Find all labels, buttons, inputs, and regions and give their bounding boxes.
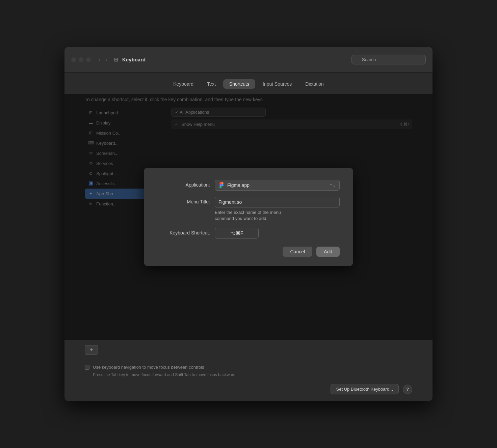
tab-shortcuts[interactable]: Shortcuts [223, 79, 255, 89]
menu-title-input[interactable] [215, 197, 340, 207]
back-button[interactable]: ‹ [96, 55, 102, 64]
menu-title-hint: Enter the exact name of the menucommand … [215, 209, 340, 222]
bottom-buttons-row: Set Up Bluetooth Keyboard... ? [85, 384, 412, 394]
modal-buttons: Cancel Add [157, 247, 340, 257]
grid-icon: ⊞ [114, 56, 118, 63]
search-wrapper: 🔍 [351, 55, 426, 64]
bottom-area: + Use keyboard navigation to move focus … [64, 340, 433, 401]
keyboard-preferences-window: ‹ › ⊞ Keyboard 🔍 Keyboard Text Shortcuts… [64, 47, 433, 401]
maximize-button[interactable] [86, 57, 91, 62]
keyboard-nav-checkbox[interactable] [85, 365, 89, 370]
search-input[interactable] [351, 55, 426, 64]
menu-title-row: Menu Title: Enter the exact name of the … [157, 197, 340, 222]
nav-buttons: ‹ › [96, 55, 110, 64]
tab-text[interactable]: Text [201, 79, 222, 89]
application-field: Figma.app ⌃⌄ [215, 180, 340, 191]
forward-button[interactable]: › [104, 55, 110, 64]
application-row: Application: Fig [157, 180, 340, 191]
tab-input-sources[interactable]: Input Sources [257, 79, 298, 89]
keyboard-shortcut-input[interactable] [215, 228, 259, 239]
add-shortcut-modal: Application: Fig [144, 168, 353, 266]
menu-title-field: Enter the exact name of the menucommand … [215, 197, 340, 222]
tab-keyboard[interactable]: Keyboard [167, 79, 200, 89]
application-dropdown[interactable]: Figma.app ⌃⌄ [215, 180, 340, 191]
keyboard-nav-label: Use keyboard navigation to move focus be… [93, 365, 204, 370]
bluetooth-keyboard-button[interactable]: Set Up Bluetooth Keyboard... [331, 384, 399, 394]
cancel-button[interactable]: Cancel [283, 247, 312, 257]
close-button[interactable] [71, 57, 76, 62]
add-shortcut-button[interactable]: + [85, 345, 98, 355]
application-label: Application: [157, 180, 215, 188]
help-button[interactable]: ? [403, 385, 412, 394]
keyboard-shortcut-label: Keyboard Shortcut: [157, 228, 215, 235]
titlebar: ‹ › ⊞ Keyboard 🔍 [64, 47, 433, 73]
figma-icon [218, 182, 225, 188]
keyboard-shortcut-field [215, 228, 340, 239]
menu-title-hint-text: Enter the exact name of the menucommand … [215, 210, 281, 221]
keyboard-shortcut-row: Keyboard Shortcut: [157, 228, 340, 239]
dropdown-arrow-icon: ⌃⌄ [329, 183, 336, 188]
menu-title-label: Menu Title: [157, 197, 215, 204]
modal-overlay: Application: Fig [64, 94, 433, 340]
minimize-button[interactable] [79, 57, 83, 62]
tab-dictation[interactable]: Dictation [299, 79, 330, 89]
window-title: Keyboard [122, 57, 351, 62]
traffic-lights [71, 57, 91, 62]
tabs-bar: Keyboard Text Shortcuts Input Sources Di… [64, 73, 433, 94]
main-content: To change a shortcut, select it, click t… [64, 94, 433, 340]
app-dropdown-left: Figma.app [218, 182, 250, 188]
keyboard-nav-row: Use keyboard navigation to move focus be… [85, 365, 412, 370]
add-remove-row: + [85, 345, 412, 355]
application-value: Figma.app [227, 183, 250, 188]
add-button[interactable]: Add [316, 247, 340, 257]
keyboard-nav-hint: Press the Tab key to move focus forward … [93, 372, 412, 377]
